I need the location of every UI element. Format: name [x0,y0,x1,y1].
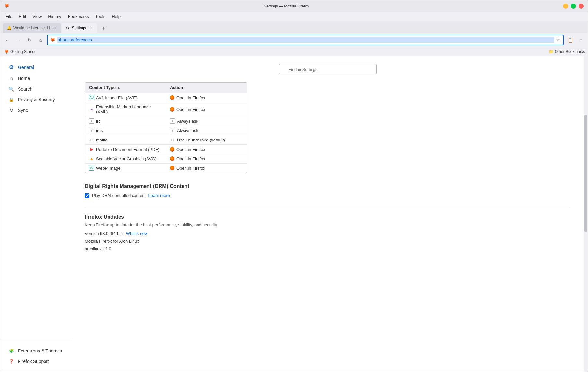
tab-bar: 🔔 Would be interested i ✕ ⚙ Settings ✕ + [0,21,588,33]
general-icon: ⚙ [8,64,15,70]
td-action-svg: Open in Firefox [166,154,247,163]
bookmark-star-icon[interactable]: ☆ [556,37,560,43]
product-text: Mozilla Firefox for Arch Linux [85,239,139,244]
section-divider [85,206,571,206]
bookmark-getting-started[interactable]: 🦊 Getting Started [3,49,38,55]
irc-file-icon: i [89,118,94,124]
tab-label-2: Settings [72,26,86,30]
td-action-webp-label: Open in Firefox [176,166,205,171]
tab-close-1[interactable]: ✕ [52,25,57,31]
table-row: ✦ Extensible Markup Language (XML) Open … [85,102,247,116]
ask-icon-2: i [170,128,175,133]
sidebar-item-general[interactable]: ⚙ General [3,61,69,73]
forward-button[interactable]: → [14,35,23,45]
sidebar-item-search[interactable]: 🔍 Search [3,84,69,94]
version-text: Version 93.0 (64-bit) [85,231,123,236]
menu-help[interactable]: Help [109,13,123,20]
whats-new-link[interactable]: What's new [126,231,148,236]
open-menu-button[interactable]: ≡ [576,35,585,45]
firefox-ball-icon [170,147,174,152]
menu-view[interactable]: View [30,13,44,20]
settings-layout: ⚙ General ⌂ Home 🔍 Search 🔒 Privacy & Se… [0,56,588,372]
scrollbar[interactable] [584,56,588,372]
sidebar-bottom: 🧩 Extensions & Themes ❓ Firefox Support [0,340,72,366]
search-icon: 🔍 [8,87,15,92]
menu-history[interactable]: History [45,13,64,20]
sidebar-section-main: ⚙ General ⌂ Home 🔍 Search 🔒 Privacy & Se… [0,61,72,116]
th-action-label: Action [170,85,183,90]
td-action-xml: Open in Firefox [166,105,247,114]
xml-file-icon: ✦ [89,107,94,112]
th-content-type-label: Content Type [89,85,116,90]
other-bookmarks[interactable]: 📁 Other Bookmarks [549,49,585,54]
td-type-svg-label: Scalable Vector Graphics (SVG) [96,156,157,161]
tab-would-be-interested[interactable]: 🔔 Would be interested i ✕ [3,23,61,33]
sidebar-item-extensions[interactable]: 🧩 Extensions & Themes [3,346,69,356]
title-bar-left: 🦊 [4,3,10,9]
scrollbar-thumb[interactable] [584,115,587,232]
main-content: ⚙ General ⌂ Home 🔍 Search 🔒 Privacy & Se… [0,56,588,372]
sidebar-item-sync[interactable]: ↻ Sync [3,105,69,116]
content-area: 🔍 Content Type ▲ Action [72,56,584,372]
minimize-button[interactable]: – [563,4,568,9]
drm-title: Digital Rights Management (DRM) Content [85,183,571,189]
td-action-irc: i Always ask [166,116,247,126]
restore-button[interactable]: □ [571,4,576,9]
pdf-file-icon: ▶ [89,147,94,152]
tab-icon-notification: 🔔 [7,26,11,30]
td-action-irc-label: Always ask [177,119,198,124]
files-table: Content Type ▲ Action AV AV1 Image Fi [85,82,247,173]
table-row: ▶ Portable Document Format (PDF) Open in… [85,145,247,154]
tab-settings[interactable]: ⚙ Settings ✕ [62,23,97,33]
save-to-pocket-button[interactable]: 📋 [566,35,575,45]
th-content-type[interactable]: Content Type ▲ [85,83,166,93]
url-text[interactable]: about:preferences [57,37,554,43]
updates-info: Version 93.0 (64-bit) What's new Mozilla… [85,230,571,253]
table-row: ▲ Scalable Vector Graphics (SVG) Open in… [85,154,247,164]
back-button[interactable]: ← [3,35,12,45]
drm-checkbox[interactable] [85,193,89,198]
folder-icon: 📁 [549,49,554,54]
td-type-pdf: ▶ Portable Document Format (PDF) [85,145,166,154]
find-bar: 🔍 [85,64,571,74]
td-type-ircs-label: ircs [96,128,103,133]
td-action-ircs: i Always ask [166,126,247,135]
home-button[interactable]: ⌂ [36,35,45,45]
td-action-mailto: □ Use Thunderbird (default) [166,135,247,144]
td-action-mailto-label: Use Thunderbird (default) [177,138,225,142]
webp-file-icon: W [89,166,94,171]
td-action-webp: Open in Firefox [166,164,247,173]
sidebar-item-privacy[interactable]: 🔒 Privacy & Security [3,94,69,105]
table-body: AV AV1 Image File (AVIF) Open in Firefox [85,93,247,173]
new-tab-button[interactable]: + [99,24,108,33]
td-type-pdf-label: Portable Document Format (PDF) [96,147,159,152]
updates-description: Keep Firefox up to date for the best per… [85,222,571,227]
close-button[interactable]: ✕ [579,4,584,9]
updates-title: Firefox Updates [85,214,571,220]
bookmarks-bar: 🦊 Getting Started 📁 Other Bookmarks [0,47,588,56]
distro-text: archlinux - 1.0 [85,246,111,251]
bookmark-icon: 🦊 [4,49,9,54]
reload-button[interactable]: ↻ [25,35,34,45]
td-type-mailto: □ mailto [85,135,166,144]
url-bar[interactable]: 🦊 about:preferences ☆ [47,35,564,45]
sidebar-label-search: Search [18,86,32,92]
td-type-avif-label: AV1 Image File (AVIF) [96,95,138,100]
find-settings-input[interactable] [279,64,377,74]
td-type-irc-label: irc [96,119,101,124]
menu-bookmarks[interactable]: Bookmarks [65,13,92,20]
table-row: AV AV1 Image File (AVIF) Open in Firefox [85,93,247,102]
tab-label-1: Would be interested i [13,26,50,30]
thunderbird-icon: □ [170,137,175,142]
menu-tools[interactable]: Tools [93,13,108,20]
table-row: i ircs i Always ask [85,126,247,135]
menu-file[interactable]: File [3,13,15,20]
nav-right-controls: 📋 ≡ [566,35,585,45]
td-type-avif: AV AV1 Image File (AVIF) [85,93,166,102]
menu-edit[interactable]: Edit [16,13,29,20]
drm-learn-more-link[interactable]: Learn more [148,193,170,198]
table-row: i irc i Always ask [85,116,247,126]
sidebar-item-support[interactable]: ❓ Firefox Support [3,356,69,366]
tab-close-2[interactable]: ✕ [88,25,93,31]
sidebar-item-home[interactable]: ⌂ Home [3,73,69,84]
